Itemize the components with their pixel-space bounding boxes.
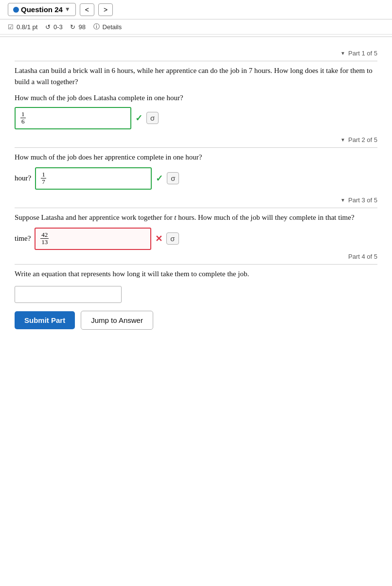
undo-icon: ↺ [45,23,51,31]
part2-input[interactable]: 1 7 [35,167,152,190]
part2-question-text: How much of the job does her apprentice … [15,153,202,161]
part1-label: Part 1 of 5 [348,50,377,57]
attempts-value: 0-3 [53,23,63,31]
top-divider [0,36,392,37]
part2-checkmark-icon: ✓ [156,173,163,184]
equation-input[interactable] [15,286,122,303]
jump-to-answer-button[interactable]: Jump to Answer [81,311,153,330]
part4-question: Write an equation that represents how lo… [15,268,377,280]
info-icon: ⓘ [93,22,100,31]
part3-denominator: 13 [40,239,49,246]
part4-header: Part 4 of 5 [15,253,377,260]
separator2 [66,23,68,31]
refresh-icon: ↻ [70,23,75,31]
part1-question: How much of the job does Latasha complet… [15,94,377,102]
part3-question-container: Suppose Latasha and her apprentice work … [15,212,377,223]
part2-divider [15,147,377,148]
part1-header: ▼ Part 1 of 5 [15,46,377,57]
part3-question-suffix: hours. How much of the job will they com… [176,213,354,221]
part1-checkmark-icon: ✓ [135,113,143,124]
question-label: Question 24 [21,5,63,14]
part2-denominator: 7 [41,178,46,185]
part1-triangle-icon: ▼ [340,51,345,56]
content-area: ▼ Part 1 of 5 Latasha can build a brick … [0,41,392,344]
top-bar: Question 24 ▼ < > [0,0,392,19]
part1-input[interactable]: 1 6 [15,107,131,129]
part2-label: Part 2 of 5 [348,136,377,143]
part3-header: ▼ Part 3 of 5 [15,193,377,204]
part3-time-label: time? [15,234,31,243]
problem-text: Latasha can build a brick wall in 6 hour… [15,65,377,87]
part1-sigma-icon: σ [150,114,155,122]
separator3 [89,23,90,31]
part3-question-prefix: Suppose Latasha and her apprentice work … [15,213,174,221]
part3-triangle-icon: ▼ [340,197,345,203]
part2-numerator: 1 [41,171,46,178]
part4-label: Part 4 of 5 [348,253,377,260]
next-question-button[interactable]: > [98,3,113,16]
meta-row: ☑ 0.8/1 pt ↺ 0-3 ↻ 98 ⓘ Details [0,19,392,35]
button-row: Submit Part Jump to Answer [15,311,377,330]
score-icon: ☑ [8,23,14,31]
part1-fraction: 1 6 [20,111,26,125]
part2-question-container: How much of the job does her apprentice … [15,152,377,163]
part2-answer-row: hour? 1 7 ✓ σ [15,167,377,190]
chevron-down-icon: ▼ [65,6,71,13]
question-selector[interactable]: Question 24 ▼ [8,3,76,16]
refresh-count: 98 [78,23,85,31]
score-value: 0.8/1 pt [17,23,37,31]
part2-triangle-icon: ▼ [340,137,345,142]
prev-question-button[interactable]: < [80,3,94,16]
details-label: Details [103,23,122,31]
part3-answer-row: time? 42 13 ✕ σ [15,228,377,250]
part1-answer-row: 1 6 ✓ σ [15,107,377,129]
part2-fraction: 1 7 [41,171,46,186]
part3-numerator: 42 [40,231,49,239]
part2-sigma-button[interactable]: σ [167,172,179,184]
part3-label: Part 3 of 5 [348,196,377,204]
part4-divider [15,264,377,265]
part2-sigma-icon: σ [171,174,175,182]
part3-fraction: 42 13 [40,231,49,246]
submit-part-button[interactable]: Submit Part [15,311,75,329]
part3-xmark-icon: ✕ [155,233,162,244]
part1-sigma-button[interactable]: σ [146,112,159,124]
part3-sigma-button[interactable]: σ [166,232,178,245]
part3-input[interactable]: 42 13 [35,228,151,250]
part3-sigma-icon: σ [170,234,175,243]
part2-header: ▼ Part 2 of 5 [15,132,377,143]
part3-divider [15,208,377,208]
separator1 [40,23,42,31]
question-status-dot [13,7,19,13]
part2-hour-label: hour? [15,174,31,182]
part4-section: Part 4 of 5 Write an equation that repre… [15,253,377,330]
part1-numerator: 1 [20,111,26,118]
part1-denominator: 6 [20,118,26,125]
part1-divider [15,61,377,61]
